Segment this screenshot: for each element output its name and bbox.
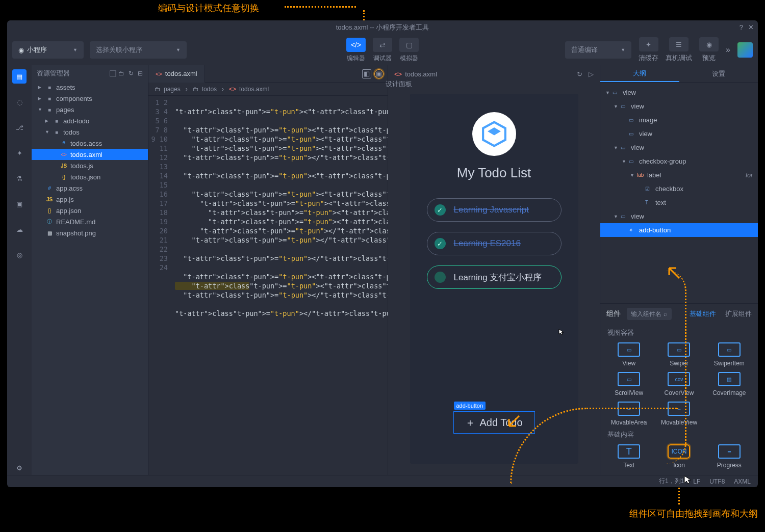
add-button-tag: add-button — [454, 402, 486, 410]
tree-folder-components[interactable]: ▶■components — [32, 93, 148, 104]
refresh-preview-icon[interactable]: ↻ — [577, 70, 582, 78]
tree-file-app-acss[interactable]: #app.acss — [32, 182, 148, 194]
associate-app-dropdown[interactable]: 选择关联小程序 ▼ — [90, 41, 187, 59]
breadcrumb: 🗀pages 🗀todos <>todos.axml — [148, 83, 388, 96]
code-content[interactable]: "t-attr">class"t-pun">="t-pun"><"t-attr"… — [173, 96, 388, 475]
tree-folder-todos[interactable]: ▼■todos — [32, 126, 148, 138]
component-tab-base[interactable]: 基础组件 — [690, 309, 716, 318]
outline-item-view[interactable]: ▼▭view — [600, 141, 758, 154]
outline-item-checkbox-group[interactable]: ▼▭checkbox-group — [600, 154, 758, 168]
clear-cache-button[interactable]: ✦ 清缓存 — [639, 37, 658, 63]
help-icon[interactable]: ? — [740, 23, 743, 31]
compile-mode-dropdown[interactable]: 普通编译 ▼ — [565, 41, 631, 59]
arrow-icon — [668, 266, 681, 279]
status-encoding[interactable]: UTF8 — [709, 478, 725, 485]
todo-item-1[interactable]: ✓ Learning Javascript — [427, 198, 562, 222]
outline-item-text[interactable]: Ttext — [600, 196, 758, 209]
component-progress[interactable]: ━Progress — [707, 444, 752, 469]
simulator-icon: ▢ — [399, 38, 419, 52]
component-cover-image[interactable]: ▨CoverImage — [707, 372, 752, 396]
chevron-down-icon: ▼ — [73, 47, 78, 52]
mode-editor-button[interactable]: </> 编辑器 — [346, 38, 366, 63]
editor-tab-todos-axml[interactable]: <> todos.axml — [148, 65, 205, 83]
app-logo — [472, 112, 516, 156]
collapse-icon[interactable]: ⊟ — [138, 70, 143, 77]
split-left-icon[interactable]: ◧ — [362, 69, 371, 78]
activity-cloud[interactable]: ☁ — [12, 222, 27, 236]
cursor-icon — [683, 475, 693, 484]
new-folder-icon[interactable]: 🗀 — [118, 70, 124, 77]
check-icon — [435, 272, 446, 283]
todo-item-3[interactable]: Learning 支付宝小程序 — [427, 265, 562, 289]
device-debug-button[interactable]: ☰ 真机调试 — [666, 37, 692, 63]
activity-explorer[interactable]: ▤ — [12, 69, 27, 84]
component-search-input[interactable]: 输入组件名 ⌕ — [627, 308, 672, 320]
tab-outline[interactable]: 大纲 — [600, 65, 679, 82]
activity-flask[interactable]: ⚗ — [12, 171, 27, 185]
tree-file-snapshot[interactable]: ▩snapshot.png — [32, 227, 148, 238]
broom-icon: ✦ — [639, 37, 658, 51]
tree-file-app-js[interactable]: JSapp.js — [32, 194, 148, 205]
mode-simulator-button[interactable]: ▢ 模拟器 — [399, 38, 419, 63]
activity-package[interactable]: ▣ — [12, 197, 27, 211]
activity-plugin[interactable]: ✦ — [12, 146, 27, 160]
check-icon: ✓ — [435, 238, 446, 249]
tree-folder-pages[interactable]: ▼■pages — [32, 104, 148, 115]
tree-file-app-json[interactable]: {}app.json — [32, 205, 148, 216]
code-icon: </> — [346, 38, 366, 52]
mode-debugger-button[interactable]: ⇄ 调试器 — [373, 38, 392, 63]
status-language[interactable]: AXML — [734, 478, 751, 485]
miniprogram-icon: ◉ — [18, 46, 24, 54]
components-header: 组件 — [606, 309, 621, 318]
status-eol[interactable]: LF — [693, 478, 700, 485]
tab-settings[interactable]: 设置 — [679, 65, 758, 82]
project-type-dropdown[interactable]: ◉ 小程序 ▼ — [12, 41, 84, 59]
outline-item-add-button[interactable]: ✧add-button — [600, 223, 758, 237]
annotation-arc-2 — [666, 270, 686, 464]
annotation-top: 编码与设计模式任意切换 — [158, 2, 259, 14]
activity-settings[interactable]: ⚙ — [12, 461, 27, 475]
device-icon: ☰ — [669, 37, 688, 51]
debugger-icon: ⇄ — [373, 38, 392, 52]
avatar[interactable] — [737, 42, 753, 58]
component-view[interactable]: ▭View — [606, 342, 651, 367]
tree-folder-add-todo[interactable]: ▶■add-todo — [32, 115, 148, 126]
outline-item-view[interactable]: ▭view — [600, 127, 758, 141]
preview-filename: <> todos.axml — [394, 70, 437, 78]
cursor-icon — [558, 328, 565, 335]
close-panel-icon[interactable]: ✕ — [748, 23, 754, 31]
activity-feedback[interactable]: ◎ — [12, 248, 27, 262]
tree-file-todos-axml[interactable]: <>todos.axml — [32, 149, 148, 160]
component-scroll-view[interactable]: ▭ScrollView — [606, 372, 651, 396]
outline-item-view[interactable]: ▼▭view — [600, 99, 758, 113]
add-todo-button[interactable]: add-button ＋ Add Todo — [453, 411, 535, 434]
tree-folder-assets[interactable]: ▶■assets — [32, 82, 148, 93]
component-tab-ext[interactable]: 扩展组件 — [725, 309, 752, 318]
outline-item-view[interactable]: ▼▭view — [600, 209, 758, 223]
outline-item-view[interactable]: ▼▭view — [600, 86, 758, 99]
tree-file-todos-acss[interactable]: #todos.acss — [32, 138, 148, 149]
tree-file-todos-json[interactable]: {}todos.json — [32, 171, 148, 182]
design-panel-label: 设计面板 — [386, 79, 412, 89]
outline-item-checkbox[interactable]: ☑checkbox — [600, 182, 758, 196]
plus-icon: ＋ — [465, 416, 475, 430]
run-preview-icon[interactable]: ▷ — [589, 70, 594, 78]
activity-scm[interactable]: ⎇ — [12, 120, 27, 135]
window-title: todos.axml -- 小程序开发者工具 — [7, 20, 758, 35]
refresh-icon[interactable]: ↻ — [129, 70, 134, 77]
tree-file-readme[interactable]: ⓘREADME.md — [32, 216, 148, 227]
tree-file-todos-js[interactable]: JStodos.js — [32, 160, 148, 171]
outline-item-label[interactable]: ▼lablabelfor — [600, 168, 758, 182]
annotation-bottom: 组件区可自由拖拽到画布和大纲 — [629, 508, 758, 520]
preview-canvas[interactable]: My Todo List ✓ Learning Javascript ✓ Lea… — [410, 94, 578, 464]
activity-search[interactable]: ◌ — [12, 95, 27, 109]
preview-button[interactable]: ◉ 预览 — [699, 37, 719, 63]
component-swiper-item[interactable]: ▭SwiperItem — [707, 342, 752, 367]
more-icon[interactable]: » — [726, 45, 730, 55]
explorer-title: 资源管理器 — [37, 69, 70, 78]
arrow-icon — [507, 415, 520, 428]
outline-item-image[interactable]: ▭image — [600, 113, 758, 127]
design-toggle-icon[interactable]: ▣ — [374, 69, 384, 78]
chevron-down-icon: ▼ — [621, 47, 625, 52]
todo-item-2[interactable]: ✓ Learning ES2016 — [427, 232, 562, 255]
